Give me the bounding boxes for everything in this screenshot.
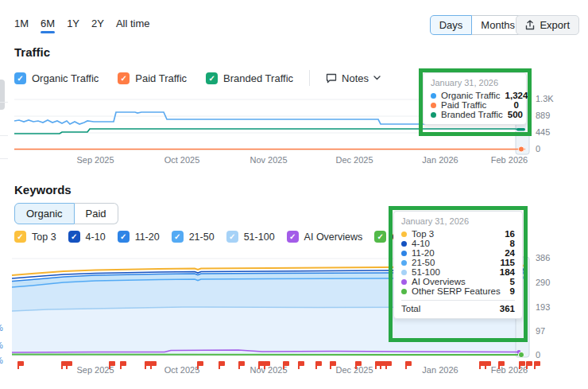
traffic-xtick: Nov 2025 <box>245 155 292 165</box>
note-flag-icon[interactable] <box>498 361 505 366</box>
tooltip-label: 4-10 <box>412 239 505 248</box>
tab-paid[interactable]: Paid <box>75 203 118 224</box>
checkbox-icon[interactable]: ✓ <box>226 231 238 243</box>
edge-artifact <box>0 158 8 159</box>
note-flag-icon[interactable] <box>385 361 392 366</box>
notes-dropdown-button[interactable]: Notes <box>326 72 381 84</box>
note-flag-icon[interactable] <box>315 361 322 366</box>
checkbox-icon[interactable]: ✓ <box>68 231 80 243</box>
tooltip-total-row: Total 361 <box>401 304 515 313</box>
tooltip-value: 16 <box>505 229 515 239</box>
note-flag-icon[interactable] <box>120 361 126 366</box>
note-flag-icon[interactable] <box>405 361 412 366</box>
edge-artifact <box>0 135 8 136</box>
tooltip-label: 21-50 <box>412 258 495 267</box>
note-flag-icon[interactable] <box>219 361 225 366</box>
note-flag-icon[interactable] <box>526 361 532 366</box>
tooltip-value: 9 <box>510 286 515 296</box>
analytics-dashboard: 1M 6M 1Y 2Y All time Days Months Export … <box>0 0 588 389</box>
note-flag-icon[interactable] <box>66 361 72 366</box>
checkbox-icon[interactable]: ✓ <box>118 231 130 243</box>
traffic-xtick: Sep 2025 <box>72 155 119 165</box>
checkbox-icon[interactable]: ✓ <box>14 72 26 84</box>
keywords-ytick: 0 <box>536 350 540 360</box>
note-flag-icon[interactable] <box>197 361 203 366</box>
legend-label: Organic Traffic <box>32 72 99 84</box>
series-dot-icon <box>401 231 407 237</box>
legend-21-50[interactable]: ✓ 21-50 <box>172 231 215 243</box>
tooltip-value: 115 <box>500 258 515 267</box>
note-flag-icon[interactable] <box>298 361 304 366</box>
range-tab-1m[interactable]: 1M <box>14 18 29 33</box>
tooltip-row: 11-20 24 <box>401 248 515 258</box>
tooltip-row: Organic Traffic 1,324 <box>431 91 519 100</box>
note-flag-icon[interactable] <box>330 361 336 366</box>
note-flag-icon[interactable] <box>355 361 362 366</box>
note-flag-icon[interactable] <box>283 361 289 366</box>
legend-51-100[interactable]: ✓ 51-100 <box>226 231 275 243</box>
line-other-serp <box>12 355 518 356</box>
tooltip-label: AI Overviews <box>412 277 505 286</box>
tooltip-label: 11-20 <box>412 248 500 258</box>
tooltip-value: 361 <box>500 304 515 313</box>
checkbox-icon[interactable]: ✓ <box>14 231 26 243</box>
series-dot-icon <box>401 279 407 285</box>
series-dot-icon <box>431 93 436 99</box>
series-dot-icon <box>401 241 407 247</box>
legend-label: AI Overviews <box>304 231 363 243</box>
range-tab-1y[interactable]: 1Y <box>67 18 79 33</box>
checkbox-icon[interactable]: ✓ <box>374 231 386 243</box>
tooltip-row: AI Overviews 5 <box>401 277 515 286</box>
legend-11-20[interactable]: ✓ 11-20 <box>118 231 160 243</box>
series-dot-icon <box>401 260 407 266</box>
keywords-ytick: 386 <box>536 253 550 263</box>
chevron-down-icon <box>373 76 381 80</box>
note-flag-icon[interactable] <box>519 361 525 366</box>
tooltip-row: Top 3 16 <box>401 229 515 239</box>
tooltip-label: 51-100 <box>412 267 495 277</box>
range-tab-6m[interactable]: 6M <box>41 18 55 33</box>
note-flag-icon[interactable] <box>109 361 115 366</box>
keywords-section-title: Keywords <box>14 183 72 196</box>
series-dot-icon <box>401 289 407 294</box>
legend-top-3[interactable]: ✓ Top 3 <box>14 231 56 243</box>
tooltip-row: 21-50 115 <box>401 258 515 267</box>
export-button[interactable]: Export <box>516 15 579 35</box>
toggle-days[interactable]: Days <box>430 15 473 35</box>
legend-paid-traffic[interactable]: ✓ Paid Traffic <box>118 72 187 84</box>
export-label: Export <box>540 18 570 32</box>
tab-organic[interactable]: Organic <box>14 203 75 224</box>
tooltip-value: 500 <box>508 110 523 119</box>
note-flag-icon[interactable] <box>150 361 157 366</box>
note-flag-icon[interactable] <box>485 361 491 366</box>
note-flag-icon[interactable] <box>534 361 540 366</box>
checkbox-icon[interactable]: ✓ <box>172 231 184 243</box>
tooltip-value: 8 <box>510 239 515 248</box>
keywords-tooltip: January 31, 2026 Top 3 16 4-10 8 11-20 2… <box>393 211 523 319</box>
hover-marker <box>518 352 524 357</box>
tooltip-label: Organic Traffic <box>441 91 501 100</box>
checkbox-icon[interactable]: ✓ <box>118 72 130 84</box>
tooltip-value: 184 <box>500 267 515 277</box>
note-flag-icon[interactable] <box>264 361 270 366</box>
legend-branded-traffic[interactable]: ✓ Branded Traffic <box>206 72 293 84</box>
scrollbar-thumb[interactable] <box>0 80 5 110</box>
legend-ai-overviews[interactable]: ✓ AI Overviews <box>287 231 363 243</box>
notes-label: Notes <box>342 72 369 84</box>
tooltip-label: Paid Traffic <box>441 100 509 110</box>
legend-organic-traffic[interactable]: ✓ Organic Traffic <box>14 72 99 84</box>
branded-hover-marker <box>516 128 525 130</box>
legend-4-10[interactable]: ✓ 4-10 <box>68 231 106 243</box>
note-flag-icon[interactable] <box>17 361 24 366</box>
traffic-xtick: Oct 2025 <box>158 155 206 165</box>
edge-artifact: % <box>0 340 3 350</box>
traffic-xtick: Dec 2025 <box>331 155 378 165</box>
keywords-ytick: 193 <box>536 302 550 312</box>
note-flag-icon[interactable] <box>238 361 245 366</box>
export-icon <box>525 20 535 30</box>
range-tab-2y[interactable]: 2Y <box>91 18 104 33</box>
range-tab-all-time[interactable]: All time <box>116 18 150 33</box>
checkbox-icon[interactable]: ✓ <box>206 72 218 84</box>
checkbox-icon[interactable]: ✓ <box>287 231 299 243</box>
traffic-tooltip: January 31, 2026 Organic Traffic 1,324 P… <box>423 72 527 125</box>
